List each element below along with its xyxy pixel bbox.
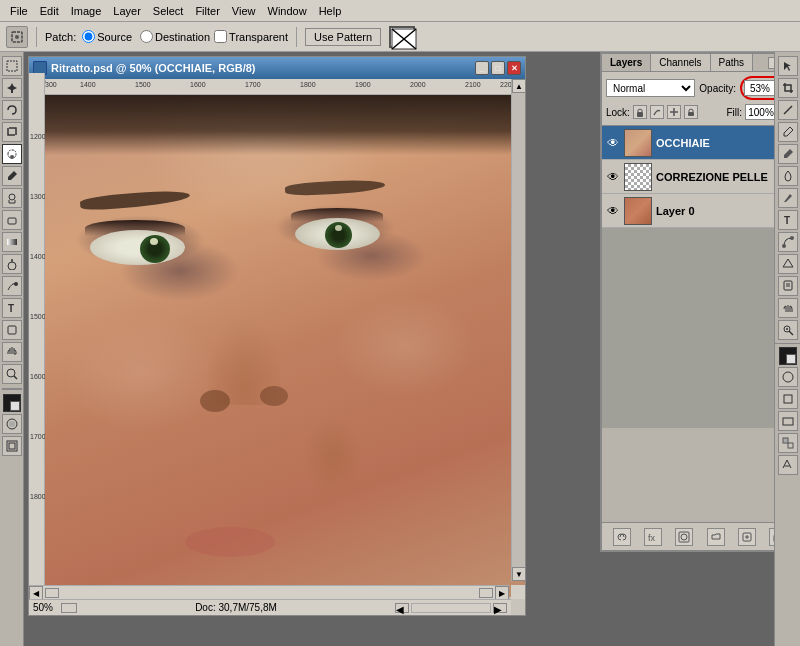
tab-channels[interactable]: Channels: [651, 54, 710, 71]
svg-rect-12: [7, 239, 17, 245]
layer-mask-button[interactable]: [675, 528, 693, 546]
lock-position-icon[interactable]: [667, 105, 681, 119]
v-scroll-track[interactable]: [512, 93, 525, 567]
layer-item-correzione[interactable]: 👁 CORREZIONE PELLE: [602, 160, 798, 194]
lock-all-icon[interactable]: [684, 105, 698, 119]
rt-burn[interactable]: [778, 166, 798, 186]
rt-measure-tool[interactable]: [778, 100, 798, 120]
menu-view[interactable]: View: [226, 3, 262, 19]
menu-file[interactable]: File: [4, 3, 34, 19]
rt-move-layers[interactable]: [778, 433, 798, 453]
rt-crop-tool[interactable]: [778, 78, 798, 98]
foreground-color[interactable]: [3, 394, 21, 412]
gradient-tool[interactable]: [2, 232, 22, 252]
opacity-input[interactable]: [744, 80, 776, 96]
layer-link-button[interactable]: [613, 528, 631, 546]
scroll-left-arrow[interactable]: ◀: [29, 586, 43, 600]
rt-eyedropper[interactable]: [778, 122, 798, 142]
layer-group-button[interactable]: [707, 528, 725, 546]
source-radio[interactable]: [82, 30, 95, 43]
layer-visibility-occhiaie[interactable]: 👁: [606, 136, 620, 150]
layer-item-occhiaie[interactable]: 👁 OCCHIAIE: [602, 126, 798, 160]
rt-zoom[interactable]: [778, 320, 798, 340]
rt-note[interactable]: [778, 276, 798, 296]
shape-tool[interactable]: [2, 320, 22, 340]
menu-window[interactable]: Window: [262, 3, 313, 19]
destination-radio[interactable]: [140, 30, 153, 43]
destination-radio-option[interactable]: Destination: [140, 30, 210, 43]
patch-tool-left[interactable]: [2, 144, 22, 164]
fill-input[interactable]: [745, 104, 777, 120]
tab-layers[interactable]: Layers: [602, 54, 651, 71]
rt-fg-color[interactable]: [779, 347, 797, 365]
text-tool[interactable]: T: [2, 298, 22, 318]
canvas-image[interactable]: [45, 95, 525, 597]
svg-rect-23: [9, 443, 15, 449]
menu-select[interactable]: Select: [147, 3, 190, 19]
scroll-down-arrow[interactable]: ▼: [512, 567, 526, 581]
crop-tool[interactable]: [2, 122, 22, 142]
layer-visibility-layer0[interactable]: 👁: [606, 204, 620, 218]
svg-point-42: [790, 236, 794, 240]
rt-pen[interactable]: [778, 188, 798, 208]
rt-path[interactable]: [778, 232, 798, 252]
status-nav-left[interactable]: ◀: [395, 603, 409, 613]
lock-transparency-icon[interactable]: [633, 105, 647, 119]
scroll-up-arrow[interactable]: ▲: [512, 79, 526, 93]
stamp-tool[interactable]: [2, 188, 22, 208]
layer-item-layer0[interactable]: 👁 Layer 0: [602, 194, 798, 228]
rt-brush[interactable]: [778, 144, 798, 164]
transparent-checkbox[interactable]: [214, 30, 227, 43]
rt-select-tool[interactable]: [778, 56, 798, 76]
hand-tool[interactable]: [2, 342, 22, 362]
horizontal-scrollbar[interactable]: ◀ ▶: [29, 585, 509, 599]
move-tool[interactable]: [2, 78, 22, 98]
status-nav-right[interactable]: ▶: [493, 603, 507, 613]
use-pattern-button[interactable]: Use Pattern: [305, 28, 381, 46]
svg-rect-28: [688, 112, 694, 116]
restore-button[interactable]: □: [491, 61, 505, 75]
transparent-group[interactable]: Transparent: [214, 30, 288, 43]
pen-tool[interactable]: [2, 276, 22, 296]
zoom-toggle[interactable]: [61, 603, 77, 613]
svg-rect-52: [784, 395, 792, 403]
minimize-button[interactable]: _: [475, 61, 489, 75]
blend-mode-select[interactable]: Normal Multiply Screen: [606, 79, 695, 97]
screen-mode[interactable]: [2, 436, 22, 456]
lasso-tool[interactable]: [2, 100, 22, 120]
rt-extra[interactable]: [778, 455, 798, 475]
rt-shape[interactable]: [778, 254, 798, 274]
scroll-nav-btn[interactable]: [45, 588, 59, 598]
hair-area: [45, 95, 525, 155]
rt-rect3[interactable]: [778, 411, 798, 431]
zoom-tool[interactable]: [2, 364, 22, 384]
marquee-tool[interactable]: [2, 56, 22, 76]
tab-paths[interactable]: Paths: [711, 54, 754, 71]
menu-edit[interactable]: Edit: [34, 3, 65, 19]
scroll-right-arrow[interactable]: ▶: [495, 586, 509, 600]
layer-visibility-correzione[interactable]: 👁: [606, 170, 620, 184]
rt-text[interactable]: T: [778, 210, 798, 230]
vertical-scrollbar[interactable]: ▲ ▼: [511, 79, 525, 581]
scroll-nav-btn2[interactable]: [479, 588, 493, 598]
dodge-tool[interactable]: [2, 254, 22, 274]
left-toolbar: T: [0, 52, 24, 646]
main-area: T Ritratto.psd @ 50% (O: [0, 52, 800, 646]
menu-image[interactable]: Image: [65, 3, 108, 19]
rt-rect-select[interactable]: [778, 367, 798, 387]
menu-help[interactable]: Help: [313, 3, 348, 19]
destination-label: Destination: [155, 31, 210, 43]
eraser-tool[interactable]: [2, 210, 22, 230]
rt-rect2[interactable]: [778, 389, 798, 409]
menu-filter[interactable]: Filter: [189, 3, 225, 19]
quick-mask[interactable]: [2, 414, 22, 434]
lock-pixels-icon[interactable]: [650, 105, 664, 119]
layer-thumb-correzione: [624, 163, 652, 191]
brush-tool[interactable]: [2, 166, 22, 186]
layer-new-button[interactable]: [738, 528, 756, 546]
source-radio-option[interactable]: Source: [82, 30, 132, 43]
close-button[interactable]: ✕: [507, 61, 521, 75]
layer-fx-button[interactable]: fx: [644, 528, 662, 546]
menu-layer[interactable]: Layer: [107, 3, 147, 19]
rt-hand[interactable]: [778, 298, 798, 318]
